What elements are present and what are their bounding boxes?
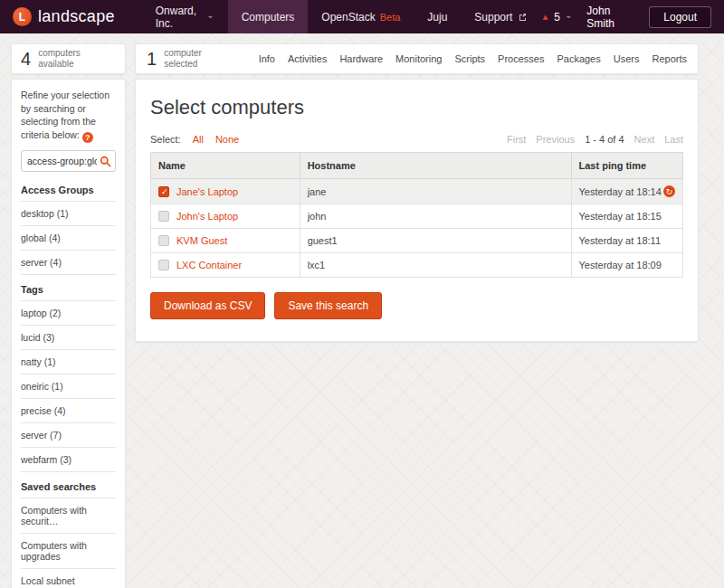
table-header-row: Name Hostname Last ping time: [151, 153, 683, 179]
pagination-last[interactable]: Last: [664, 134, 683, 145]
tag-item-server[interactable]: server (7): [21, 422, 116, 447]
refine-text: Refine your selection by searching or se…: [21, 90, 110, 140]
select-computers-card: Select computers Select: All None First …: [135, 79, 699, 342]
nav-openstack-label: OpenStack: [321, 11, 375, 24]
last-ping-value: Yesterday at 18:14: [579, 186, 662, 197]
org-menu[interactable]: Onward, Inc. ⌄: [142, 0, 228, 33]
nav-computers[interactable]: Computers: [228, 0, 309, 33]
select-none-link[interactable]: None: [215, 134, 239, 145]
hostname-cell: lxc1: [300, 253, 571, 278]
nav-support-label: Support: [474, 11, 512, 24]
row-checkbox[interactable]: [158, 260, 169, 270]
external-link-icon: [519, 11, 527, 24]
pagination-previous[interactable]: Previous: [536, 134, 575, 145]
nav-openstack[interactable]: OpenStack Beta: [308, 0, 414, 33]
sidebar: 4 computers available Refine your select…: [11, 43, 126, 588]
table-row: John's Laptop john Yesterday at 18:15: [151, 204, 683, 229]
filter-item-desktop[interactable]: desktop (1): [21, 201, 116, 225]
activity-status-icon[interactable]: ↻: [663, 185, 675, 197]
select-label: Select:: [150, 134, 181, 145]
tab-reports[interactable]: Reports: [652, 53, 687, 64]
tab-activities[interactable]: Activities: [288, 53, 327, 64]
filter-item-global[interactable]: global (4): [21, 225, 116, 250]
computer-link[interactable]: KVM Guest: [176, 235, 227, 246]
computer-link[interactable]: Jane's Laptop: [176, 186, 238, 197]
tab-scripts[interactable]: Scripts: [454, 53, 485, 64]
table-actions: Download as CSV Save this search: [150, 292, 683, 319]
refine-help-text: Refine your selection by searching or se…: [21, 89, 116, 143]
tag-item-precise[interactable]: precise (4): [21, 398, 116, 422]
user-name: John Smith: [586, 5, 634, 30]
nav-juju-label: Juju: [427, 11, 447, 24]
tag-item-laptop[interactable]: laptop (2): [21, 300, 116, 325]
column-header-hostname: Hostname: [300, 153, 571, 179]
pagination-next[interactable]: Next: [634, 134, 655, 145]
column-header-name: Name: [151, 153, 300, 179]
saved-search-upgrades[interactable]: Computers with upgrades: [21, 533, 116, 568]
hostname-cell: guest1: [300, 229, 571, 253]
content-area: 4 computers available Refine your select…: [0, 33, 724, 588]
chevron-down-icon: ⌄: [565, 13, 572, 18]
tab-users[interactable]: Users: [614, 53, 640, 64]
saved-search-security[interactable]: Computers with securit…: [21, 498, 116, 533]
column-header-last-ping: Last ping time: [571, 153, 682, 179]
nav-support[interactable]: Support: [461, 0, 540, 33]
nav-juju[interactable]: Juju: [414, 0, 461, 33]
row-checkbox[interactable]: [158, 211, 169, 222]
section-title-tags: Tags: [21, 275, 116, 300]
selected-count-label: computer selected: [164, 48, 220, 70]
select-group: Select: All None: [150, 134, 239, 145]
tab-packages[interactable]: Packages: [557, 53, 600, 64]
tag-item-webfarm[interactable]: webfarm (3): [21, 447, 116, 472]
saved-search-local-subnet[interactable]: Local subnet: [21, 568, 116, 588]
logout-button[interactable]: Logout: [649, 6, 711, 28]
warning-triangle-icon: ▲: [540, 12, 549, 22]
search-box: [21, 150, 116, 172]
table-row: Jane's Laptop jane Yesterday at 18:14 ↻: [151, 179, 683, 204]
landscape-logo-icon: L: [13, 7, 32, 26]
computer-link[interactable]: John's Laptop: [176, 211, 238, 222]
beta-badge: Beta: [380, 12, 401, 23]
pagination-range: 1 - 4 of 4: [585, 134, 624, 145]
computer-tabs: Info Activities Hardware Monitoring Scri…: [259, 53, 687, 64]
tag-item-natty[interactable]: natty (1): [21, 349, 116, 374]
top-bar: L landscape Onward, Inc. ⌄ Computers Ope…: [0, 0, 724, 33]
section-title-access-groups: Access Groups: [21, 175, 116, 201]
available-count: 4: [21, 49, 31, 70]
access-groups-list: desktop (1) global (4) server (4): [21, 201, 116, 275]
computer-link[interactable]: LXC Container: [176, 260, 242, 270]
select-all-link[interactable]: All: [193, 134, 204, 145]
selected-count: 1: [147, 49, 157, 70]
main-panel: 1 computer selected Info Activities Hard…: [135, 43, 699, 342]
row-checkbox[interactable]: [158, 186, 169, 197]
hostname-cell: john: [300, 204, 571, 229]
alerts-count: 5: [554, 11, 560, 24]
tab-monitoring[interactable]: Monitoring: [395, 53, 442, 64]
computers-available-counter: 4 computers available: [11, 43, 126, 74]
landscape-logo[interactable]: L landscape: [0, 0, 128, 33]
tab-info[interactable]: Info: [259, 53, 275, 64]
alerts-menu[interactable]: ▲ 5 ⌄: [540, 11, 572, 24]
tag-item-oneiric[interactable]: oneiric (1): [21, 374, 116, 398]
filter-item-server[interactable]: server (4): [21, 250, 116, 275]
help-icon[interactable]: ?: [82, 132, 93, 143]
nav-computers-label: Computers: [242, 11, 295, 24]
tab-hardware[interactable]: Hardware: [339, 53, 383, 64]
tab-processes[interactable]: Processes: [498, 53, 544, 64]
header-nav: Onward, Inc. ⌄ Computers OpenStack Beta …: [142, 0, 541, 33]
table-controls: Select: All None First Previous 1 - 4 of…: [150, 134, 683, 145]
pagination-first[interactable]: First: [507, 134, 526, 145]
last-ping-value: Yesterday at 18:11: [579, 235, 662, 246]
org-menu-label: Onward, Inc.: [156, 5, 202, 30]
landscape-logo-text: landscape: [38, 7, 115, 26]
tag-item-lucid[interactable]: lucid (3): [21, 325, 116, 349]
available-count-label: computers available: [38, 48, 94, 70]
computers-table: Name Hostname Last ping time Jane's Lapt…: [150, 152, 683, 278]
search-icon[interactable]: [100, 155, 111, 171]
save-search-button[interactable]: Save this search: [274, 292, 382, 319]
row-checkbox[interactable]: [158, 235, 169, 246]
last-ping-value: Yesterday at 18:09: [579, 260, 662, 270]
chevron-down-icon: ⌄: [206, 13, 214, 18]
download-csv-button[interactable]: Download as CSV: [150, 292, 265, 319]
header-right: ▲ 5 ⌄ John Smith Logout: [540, 0, 724, 33]
